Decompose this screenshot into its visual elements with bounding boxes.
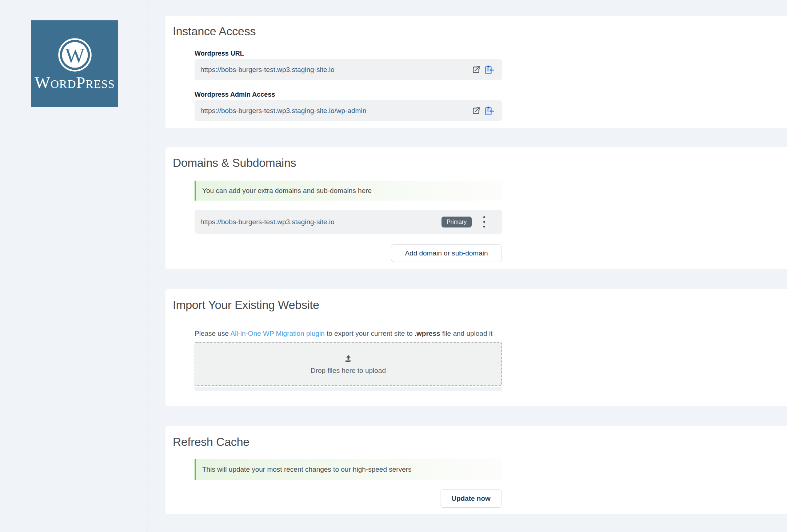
wordpress-monogram: W (65, 44, 85, 67)
copy-to-clipboard-icon[interactable] (484, 65, 495, 74)
domains-info-text: You can add your extra domains and sub-d… (202, 187, 372, 195)
primary-badge: Primary (442, 217, 472, 227)
open-in-new-icon[interactable] (471, 106, 481, 116)
wordpress-logo-tile: W WordPress (31, 20, 118, 107)
wordpress-url-field: https://bobs-burgers-test.wp3.staging-si… (195, 59, 502, 80)
kebab-menu-icon[interactable] (482, 215, 487, 229)
wordpress-admin-value: https://bobs-burgers-test.wp3.staging-si… (200, 107, 468, 115)
wordpress-admin-field: https://bobs-burgers-test.wp3.staging-si… (195, 100, 502, 121)
import-text-middle: to export your current site to (325, 330, 415, 337)
refresh-info-text: This will update your most recent change… (202, 466, 412, 473)
upload-icon (344, 354, 353, 363)
upload-progress-track (195, 387, 502, 391)
wordpress-brand-text: WordPress (31, 74, 118, 91)
domains-title: Domains & Subdomains (173, 156, 296, 170)
domain-row: https://bobs-burgers-test.wp3.staging-si… (195, 210, 502, 234)
domain-url: https://bobs-burgers-test.wp3.staging-si… (200, 218, 442, 226)
update-now-button[interactable]: Update now (440, 489, 502, 508)
card-import-website: Import Your Existing Website Please use … (165, 289, 787, 406)
import-title: Import Your Existing Website (173, 298, 319, 312)
add-domain-button[interactable]: Add domain or sub-domain (391, 244, 502, 262)
card-domains-subdomains: Domains & Subdomains You can add your ex… (165, 147, 787, 269)
refresh-cache-title: Refresh Cache (173, 435, 249, 449)
vertical-dashed-divider (148, 0, 148, 532)
open-in-new-icon[interactable] (471, 65, 481, 74)
page: W WordPress Instance Access Wordpress UR… (0, 0, 787, 532)
wordpress-admin-label: Wordpress Admin Access (195, 91, 275, 98)
wordpress-url-value: https://bobs-burgers-test.wp3.staging-si… (200, 66, 468, 74)
wpress-extension: .wpress (415, 330, 440, 337)
import-text-before: Please use (195, 330, 230, 337)
file-dropzone[interactable]: Drop files here to upload (195, 342, 502, 386)
card-instance-access: Instance Access Wordpress URL https://bo… (165, 16, 787, 128)
refresh-info-banner: This will update your most recent change… (195, 459, 502, 480)
migration-plugin-link[interactable]: All-in-One WP Migration plugin (230, 330, 324, 337)
wordpress-logo-icon: W (57, 37, 92, 72)
wordpress-url-label: Wordpress URL (195, 50, 244, 57)
dropzone-label: Drop files here to upload (311, 367, 386, 375)
domains-info-banner: You can add your extra domains and sub-d… (195, 181, 502, 201)
instance-access-title: Instance Access (173, 25, 256, 38)
copy-to-clipboard-icon[interactable] (484, 106, 495, 116)
card-refresh-cache: Refresh Cache This will update your most… (165, 426, 787, 514)
